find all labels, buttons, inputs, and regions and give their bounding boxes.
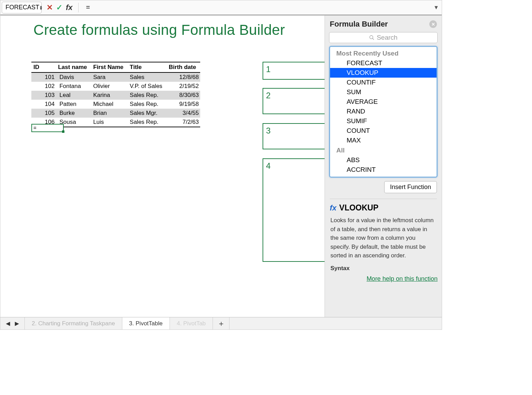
sheet-tab[interactable]: 2. Charting Formating Taskpane <box>25 317 122 329</box>
table-row[interactable]: 101 Davis Sara Sales 12/8/68 <box>31 72 200 82</box>
cell-first: Michael <box>91 100 127 109</box>
cell-birth: 12/8/68 <box>167 72 200 82</box>
cell-title: Sales Rep. <box>128 91 167 100</box>
col-title: Title <box>128 62 167 72</box>
group-all-label: All <box>330 145 437 155</box>
cell-last: Davis <box>57 72 91 82</box>
table-row[interactable]: 102 Fontana Olivier V.P. of Sales 2/19/5… <box>31 82 200 91</box>
cell-birth: 9/19/58 <box>167 100 200 109</box>
cancel-icon[interactable]: ✕ <box>47 3 53 12</box>
formula-bar: FORECAST ▲▼ ✕ ✓ fx ▼ <box>0 0 442 16</box>
cell-birth: 7/2/63 <box>167 118 200 127</box>
cell-title: Sales Mgr. <box>128 109 167 118</box>
help-description: Looks for a value in the leftmost column… <box>330 216 436 260</box>
cell-last: Patten <box>57 100 91 109</box>
function-item[interactable]: FORECAST <box>330 58 437 68</box>
name-box-stepper-icon[interactable]: ▲▼ <box>39 5 43 10</box>
cell-first: Olivier <box>91 82 127 91</box>
table-row[interactable]: 105 Burke Brian Sales Mgr. 3/4/55 <box>31 109 200 118</box>
cell-id: 102 <box>31 82 57 91</box>
sheet-tab[interactable]: 3. PivotTable <box>122 317 170 329</box>
tab-nav: ◀ ▶ <box>0 317 25 329</box>
cell-last: Burke <box>57 109 91 118</box>
function-item[interactable]: ABS <box>330 155 437 165</box>
table-row[interactable]: 103 Leal Karina Sales Rep. 8/30/63 <box>31 91 200 100</box>
function-item[interactable]: VLOOKUP <box>330 68 437 78</box>
worksheet-area[interactable]: Create formulas using Formula Builder ID… <box>0 16 325 317</box>
name-box-value: FORECAST <box>6 4 39 11</box>
function-item[interactable]: ACCRINT <box>330 165 437 175</box>
function-item[interactable]: RAND <box>330 107 437 116</box>
step-number: 1 <box>266 65 270 74</box>
separator-icon <box>78 3 79 12</box>
function-item[interactable]: COUNTIF <box>330 78 437 87</box>
search-icon <box>369 35 375 40</box>
cell-id: 104 <box>31 100 57 109</box>
cell-last: Leal <box>57 91 91 100</box>
builder-title: Formula Builder <box>330 20 388 29</box>
col-firstname: First Name <box>91 62 127 72</box>
step-callout-4: 4 <box>263 158 325 262</box>
cell-id: 105 <box>31 109 57 118</box>
step-number: 3 <box>266 126 270 136</box>
cell-first: Luis <box>91 118 127 127</box>
cell-first: Karina <box>91 91 127 100</box>
help-function-name: VLOOKUP <box>339 203 379 213</box>
cell-first: Sara <box>91 72 127 82</box>
enter-icon[interactable]: ✓ <box>56 3 62 12</box>
function-item[interactable]: MAX <box>330 136 437 145</box>
svg-line-1 <box>372 38 374 40</box>
function-help-title: fx VLOOKUP <box>330 203 437 213</box>
cell-last: Fontana <box>57 82 91 91</box>
syntax-label: Syntax <box>330 265 438 272</box>
page-title: Create formulas using Formula Builder <box>0 16 325 38</box>
fx-icon[interactable]: fx <box>66 3 75 12</box>
function-item[interactable]: COUNT <box>330 126 437 136</box>
formula-builder-panel: Formula Builder ✕ Search Most Recently U… <box>325 16 442 317</box>
step-callout-2: 2 <box>263 88 325 114</box>
formula-input[interactable] <box>83 2 430 13</box>
function-item[interactable]: SUMIF <box>330 116 437 126</box>
data-table: ID Last name First Name Title Birth date… <box>31 62 200 127</box>
step-callout-1: 1 <box>263 62 325 80</box>
step-callout-3: 3 <box>263 123 325 149</box>
col-lastname: Last name <box>57 62 91 72</box>
cell-birth: 3/4/55 <box>167 109 200 118</box>
name-box[interactable]: FORECAST ▲▼ <box>2 2 42 13</box>
search-placeholder: Search <box>377 34 397 41</box>
function-item[interactable]: AVERAGE <box>330 97 437 107</box>
svg-point-0 <box>370 36 373 39</box>
function-item[interactable]: SUM <box>330 87 437 97</box>
expand-formula-bar-icon[interactable]: ▼ <box>432 4 440 11</box>
step-number: 4 <box>266 161 270 171</box>
insert-function-button[interactable]: Insert Function <box>384 181 437 193</box>
sheet-tab[interactable]: 4. PivotTab <box>170 317 213 329</box>
col-id: ID <box>31 62 57 72</box>
function-list[interactable]: Most Recently Used FORECASTVLOOKUPCOUNTI… <box>329 46 438 178</box>
formula-bar-actions: ✕ ✓ fx <box>44 3 81 12</box>
next-sheet-icon[interactable]: ▶ <box>15 320 19 327</box>
active-cell-value: = <box>33 125 37 131</box>
cell-title: Sales <box>128 72 167 82</box>
add-sheet-icon[interactable]: ＋ <box>213 317 229 329</box>
more-help-link[interactable]: More help on this function <box>367 275 438 282</box>
cell-title: Sales Rep. <box>128 118 167 127</box>
group-mru-label: Most Recently Used <box>330 48 437 58</box>
cell-id: 103 <box>31 91 57 100</box>
cell-birth: 2/19/52 <box>167 82 200 91</box>
sheet-tab-bar: ◀ ▶ 2. Charting Formating Taskpane3. Piv… <box>0 317 442 329</box>
table-header-row: ID Last name First Name Title Birth date <box>31 62 200 72</box>
step-number: 2 <box>266 91 270 100</box>
search-input[interactable]: Search <box>329 32 438 43</box>
table-row[interactable]: 104 Patten Michael Sales Rep. 9/19/58 <box>31 100 200 109</box>
active-cell[interactable]: = <box>31 124 64 132</box>
prev-sheet-icon[interactable]: ◀ <box>6 320 10 327</box>
cell-title: Sales Rep. <box>128 100 167 109</box>
close-icon[interactable]: ✕ <box>429 20 437 28</box>
cell-title: V.P. of Sales <box>128 82 167 91</box>
cell-birth: 8/30/63 <box>167 91 200 100</box>
fx-icon: fx <box>330 204 337 213</box>
cell-id: 101 <box>31 72 57 82</box>
divider-icon <box>330 199 437 199</box>
cell-first: Brian <box>91 109 127 118</box>
